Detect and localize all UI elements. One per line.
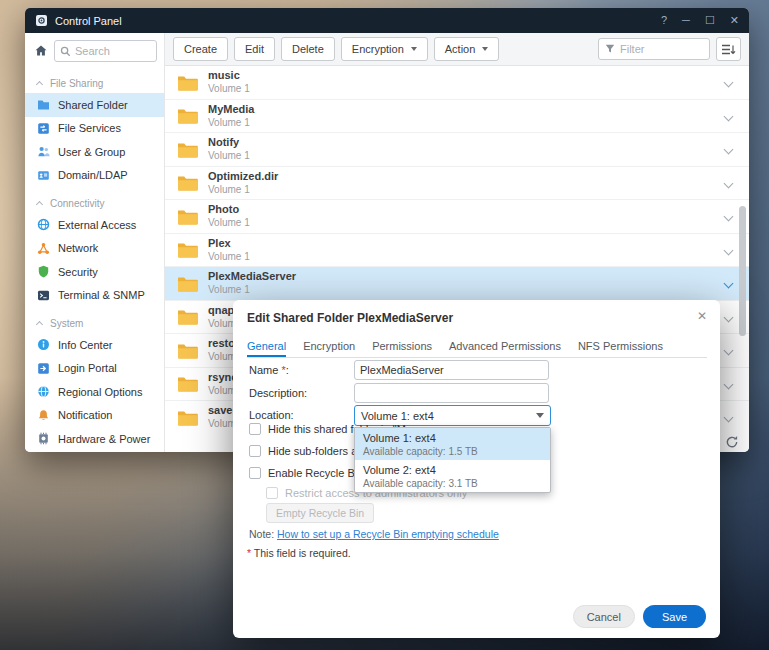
chevron-down-icon[interactable] (724, 145, 734, 155)
sidebar-item-label: External Access (58, 219, 136, 231)
tab-nfs-permissions[interactable]: NFS Permissions (578, 334, 663, 357)
terminal-icon (37, 289, 50, 302)
edit-button[interactable]: Edit (234, 37, 275, 61)
sidebar-item-network[interactable]: Network (25, 237, 164, 261)
folder-volume: Volume 1 (208, 118, 254, 128)
search-input[interactable] (75, 45, 151, 57)
folder-row-selected[interactable]: PlexMediaServerVolume 1 (165, 267, 749, 301)
info-icon (37, 338, 50, 351)
create-button[interactable]: Create (173, 37, 228, 61)
folder-row[interactable]: musicVolume 1 (165, 66, 749, 100)
sidebar-item-user-group[interactable]: User & Group (25, 140, 164, 164)
chevron-down-icon[interactable] (724, 78, 734, 88)
sidebar: File Sharing Shared Folder File Services… (25, 33, 165, 452)
folder-icon (177, 174, 198, 191)
create-button-label: Create (184, 43, 217, 55)
sidebar-item-info-center[interactable]: Info Center (25, 333, 164, 357)
checkbox-icon[interactable] (249, 467, 261, 479)
tab-encryption[interactable]: Encryption (303, 334, 355, 357)
sidebar-item-domain-ldap[interactable]: Domain/LDAP (25, 164, 164, 188)
sidebar-section-file-sharing[interactable]: File Sharing (25, 73, 164, 93)
maximize-button[interactable]: ☐ (705, 8, 715, 33)
filter-input[interactable] (620, 43, 703, 55)
sidebar-item-external-devices[interactable]: External Devices (25, 451, 164, 453)
location-select-value: Volume 1: ext4 (361, 410, 434, 422)
volume-1-option[interactable]: Volume 1: ext4 Available capacity: 1.5 T… (355, 428, 550, 460)
sidebar-item-label: Network (58, 242, 98, 254)
help-button[interactable]: ? (661, 8, 667, 33)
sidebar-item-shared-folder[interactable]: Shared Folder (25, 93, 164, 117)
sidebar-section-connectivity[interactable]: Connectivity (25, 193, 164, 213)
sidebar-item-label: Domain/LDAP (58, 169, 128, 181)
bell-icon (37, 409, 50, 422)
checkbox-icon[interactable] (249, 423, 261, 435)
folder-row[interactable]: NotifyVolume 1 (165, 133, 749, 167)
sidebar-item-hardware-power[interactable]: Hardware & Power (25, 427, 164, 451)
folder-row[interactable]: PhotoVolume 1 (165, 200, 749, 234)
view-options-button[interactable] (716, 37, 741, 61)
action-button-label: Action (445, 43, 476, 55)
save-button[interactable]: Save (643, 605, 706, 628)
folder-row[interactable]: PlexVolume 1 (165, 234, 749, 268)
chevron-down-icon[interactable] (724, 346, 734, 356)
chevron-down-icon[interactable] (724, 111, 734, 121)
tab-permissions[interactable]: Permissions (372, 334, 432, 357)
home-icon[interactable] (34, 44, 48, 58)
sidebar-item-label: User & Group (58, 146, 125, 158)
folder-volume: Volume 1 (208, 285, 296, 295)
folder-icon (177, 409, 198, 426)
refresh-button[interactable] (723, 434, 741, 450)
recycle-schedule-link[interactable]: How to set up a Recycle Bin emptying sch… (277, 528, 499, 540)
window-titlebar[interactable]: Control Panel ? ─ ☐ ✕ (25, 8, 749, 33)
volume-2-option[interactable]: Volume 2: ext4 Available capacity: 3.1 T… (355, 460, 550, 492)
volume-option-subtitle: Available capacity: 1.5 TB (363, 446, 542, 457)
sidebar-item-security[interactable]: Security (25, 260, 164, 284)
sidebar-item-regional-options[interactable]: Regional Options (25, 380, 164, 404)
close-icon[interactable]: ✕ (697, 309, 707, 323)
name-field[interactable] (354, 360, 549, 380)
checkbox-label: Enable Recycle Bin (268, 467, 363, 479)
delete-button[interactable]: Delete (281, 37, 335, 61)
sidebar-item-login-portal[interactable]: Login Portal (25, 357, 164, 381)
tab-general[interactable]: General (247, 334, 286, 357)
tab-advanced-permissions[interactable]: Advanced Permissions (449, 334, 561, 357)
folder-icon (177, 375, 198, 392)
folder-name: Photo (208, 204, 250, 215)
cancel-button[interactable]: Cancel (573, 605, 635, 628)
folder-row[interactable]: MyMediaVolume 1 (165, 100, 749, 134)
domain-ldap-icon (37, 169, 50, 182)
chevron-down-icon[interactable] (724, 312, 734, 322)
sidebar-item-notification[interactable]: Notification (25, 404, 164, 428)
checkbox-icon[interactable] (249, 445, 261, 457)
sidebar-search[interactable] (54, 40, 157, 62)
required-star: * (247, 547, 251, 559)
sidebar-item-file-services[interactable]: File Services (25, 117, 164, 141)
action-dropdown-button[interactable]: Action (434, 37, 500, 61)
encryption-dropdown-button[interactable]: Encryption (341, 37, 428, 61)
scrollbar-thumb[interactable] (739, 206, 746, 336)
enable-recycle-bin-checkbox[interactable]: Enable Recycle Bin (249, 467, 363, 479)
chevron-down-icon[interactable] (724, 245, 734, 255)
sidebar-item-external-access[interactable]: External Access (25, 213, 164, 237)
folder-volume: Volume 1 (208, 84, 250, 94)
chevron-down-icon[interactable] (724, 379, 734, 389)
folder-name: Notify (208, 137, 250, 148)
folder-name: MyMedia (208, 104, 254, 115)
filter-box[interactable] (598, 38, 710, 60)
sidebar-section-system[interactable]: System (25, 313, 164, 333)
file-services-icon (37, 122, 50, 135)
folder-row[interactable]: Optimized.dirVolume 1 (165, 167, 749, 201)
chevron-down-icon[interactable] (724, 178, 734, 188)
minimize-button[interactable]: ─ (682, 8, 690, 33)
description-field[interactable] (354, 383, 549, 403)
chevron-down-icon[interactable] (724, 413, 734, 423)
close-button[interactable]: ✕ (730, 8, 739, 33)
shared-folder-icon (37, 98, 50, 111)
sidebar-item-label: Shared Folder (58, 99, 128, 111)
sidebar-item-terminal-snmp[interactable]: Terminal & SNMP (25, 284, 164, 308)
window-title: Control Panel (55, 15, 122, 27)
note-prefix: Note: (249, 528, 274, 540)
chevron-down-icon[interactable] (724, 279, 734, 289)
chevron-down-icon[interactable] (724, 212, 734, 222)
desktop: Control Panel ? ─ ☐ ✕ (0, 0, 769, 650)
